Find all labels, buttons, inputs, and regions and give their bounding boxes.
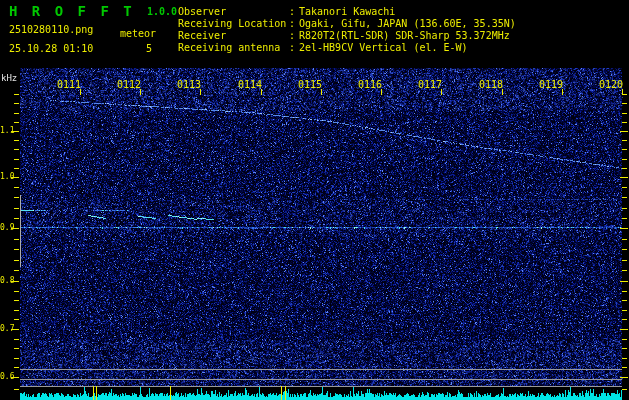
time-tick-label: 0120: [599, 80, 623, 90]
freq-tick-label: 0.8: [0, 277, 12, 285]
info-value-location: Ogaki, Gifu, JAPAN (136.60E, 35.35N): [299, 19, 516, 29]
info-label-receiver: Receiver: [178, 31, 226, 41]
app-title: H R O F F T: [9, 4, 135, 18]
time-tick-label: 0118: [479, 80, 503, 90]
freq-tick-label: 0.7: [0, 325, 12, 333]
hrofft-window: H R O F F T 1.0.0 2510280110.png meteor …: [0, 0, 629, 400]
app-version: 1.0.0: [147, 7, 177, 17]
spectrogram-canvas: [0, 0, 629, 400]
time-tick-label: 0116: [358, 80, 382, 90]
info-value-observer: Takanori Kawachi: [299, 7, 395, 17]
event-count: 5: [146, 44, 152, 54]
time-tick-label: 0113: [177, 80, 201, 90]
time-tick-label: 0114: [238, 80, 262, 90]
timestamp-label: 25.10.28 01:10: [9, 44, 93, 54]
colon-separator: :: [289, 31, 295, 41]
mode-label: meteor: [120, 29, 156, 39]
freq-unit-label: kHz: [1, 74, 17, 83]
info-value-receiver: R820T2(RTL-SDR) SDR-Sharp 53.372MHz: [299, 31, 510, 41]
time-tick-label: 0111: [57, 80, 81, 90]
filename-label: 2510280110.png: [9, 25, 93, 35]
colon-separator: :: [289, 7, 295, 17]
freq-tick-label: 0.6: [0, 373, 12, 381]
info-label-antenna: Receiving antenna: [178, 43, 280, 53]
colon-separator: :: [289, 19, 295, 29]
time-tick-label: 0112: [117, 80, 141, 90]
time-tick-label: 0115: [298, 80, 322, 90]
info-label-location: Receiving Location: [178, 19, 286, 29]
info-value-antenna: 2el-HB9CV Vertical (el. E-W): [299, 43, 468, 53]
colon-separator: :: [289, 43, 295, 53]
freq-tick-label: 1.1: [0, 127, 12, 135]
info-label-observer: Observer: [178, 7, 226, 17]
freq-tick-label: 1.0: [0, 173, 12, 181]
freq-tick-label: 0.9: [0, 224, 12, 232]
time-tick-label: 0117: [418, 80, 442, 90]
time-tick-label: 0119: [539, 80, 563, 90]
